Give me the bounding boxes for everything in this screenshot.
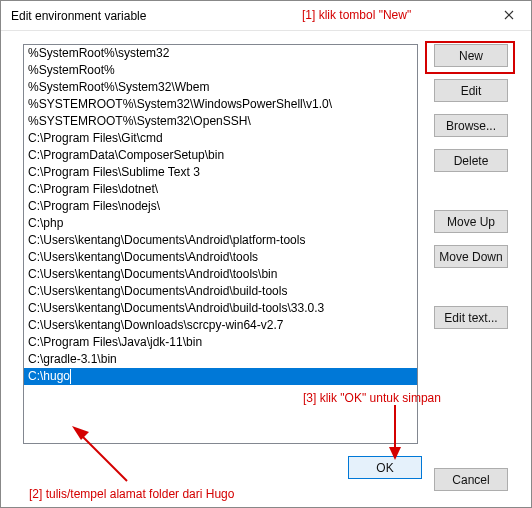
dialog-body: %SystemRoot%\system32%SystemRoot%%System… (1, 31, 531, 507)
list-item[interactable]: C:\Program Files\Sublime Text 3 (24, 164, 417, 181)
browse-button[interactable]: Browse... (434, 114, 508, 137)
list-item[interactable]: %SystemRoot% (24, 62, 417, 79)
list-item[interactable]: C:\Users\kentang\Documents\Android\platf… (24, 232, 417, 249)
list-item[interactable]: C:\Users\kentang\Documents\Android\tools… (24, 266, 417, 283)
list-item[interactable]: C:\Users\kentang\Documents\Android\build… (24, 283, 417, 300)
list-item[interactable]: C:\Users\kentang\Downloads\scrcpy-win64-… (24, 317, 417, 334)
move-down-button[interactable]: Move Down (434, 245, 508, 268)
path-listbox[interactable]: %SystemRoot%\system32%SystemRoot%%System… (23, 44, 418, 444)
list-item[interactable]: C:\Program Files\nodejs\ (24, 198, 417, 215)
ok-button[interactable]: OK (348, 456, 422, 479)
edit-button[interactable]: Edit (434, 79, 508, 102)
list-item[interactable]: C:\Users\kentang\Documents\Android\tools (24, 249, 417, 266)
list-item[interactable]: C:\Users\kentang\Documents\Android\build… (24, 300, 417, 317)
bottom-buttons: OK Cancel (348, 456, 508, 491)
edit-text-button[interactable]: Edit text... (434, 306, 508, 329)
list-item[interactable]: C:\gradle-3.1\bin (24, 351, 417, 368)
list-item[interactable]: C:\Program Files\dotnet\ (24, 181, 417, 198)
list-item[interactable]: C:\Program Files\Java\jdk-11\bin (24, 334, 417, 351)
close-button[interactable] (489, 2, 529, 30)
cancel-button[interactable]: Cancel (434, 468, 508, 491)
window-title: Edit environment variable (11, 9, 489, 23)
list-item[interactable]: %SYSTEMROOT%\System32\WindowsPowerShell\… (24, 96, 417, 113)
titlebar: Edit environment variable (1, 1, 531, 31)
new-button[interactable]: New (434, 44, 508, 67)
move-up-button[interactable]: Move Up (434, 210, 508, 233)
list-item[interactable]: C:\ProgramData\ComposerSetup\bin (24, 147, 417, 164)
list-item[interactable]: %SystemRoot%\System32\Wbem (24, 79, 417, 96)
dialog-window: Edit environment variable %SystemRoot%\s… (0, 0, 532, 508)
close-icon (504, 9, 514, 23)
list-item[interactable]: %SYSTEMROOT%\System32\OpenSSH\ (24, 113, 417, 130)
delete-button[interactable]: Delete (434, 149, 508, 172)
list-item[interactable]: C:\hugo (24, 368, 417, 385)
list-item[interactable]: %SystemRoot%\system32 (24, 45, 417, 62)
side-buttons: New Edit Browse... Delete Move Up Move D… (434, 44, 508, 329)
list-item[interactable]: C:\Program Files\Git\cmd (24, 130, 417, 147)
list-item[interactable]: C:\php (24, 215, 417, 232)
